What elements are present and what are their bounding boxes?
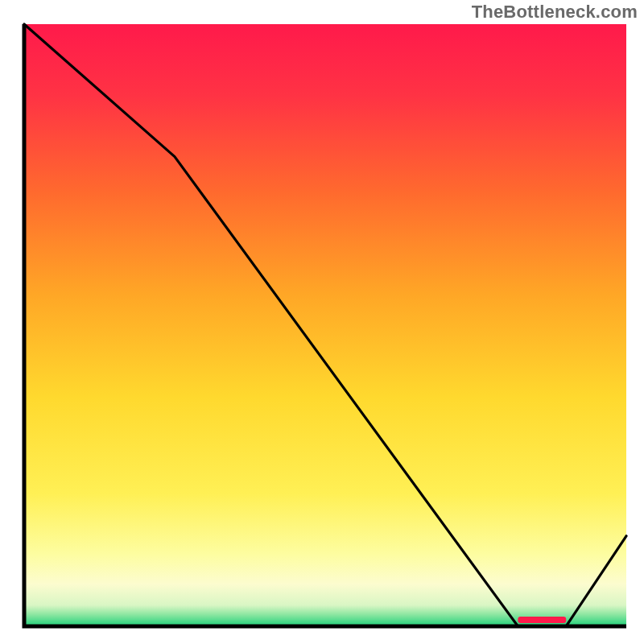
watermark-text: TheBottleneck.com <box>472 2 638 23</box>
plot-background <box>24 24 626 626</box>
chart-stage: TheBottleneck.com <box>0 0 644 644</box>
bottleneck-chart <box>0 0 644 644</box>
optimal-range-marker <box>518 617 566 623</box>
